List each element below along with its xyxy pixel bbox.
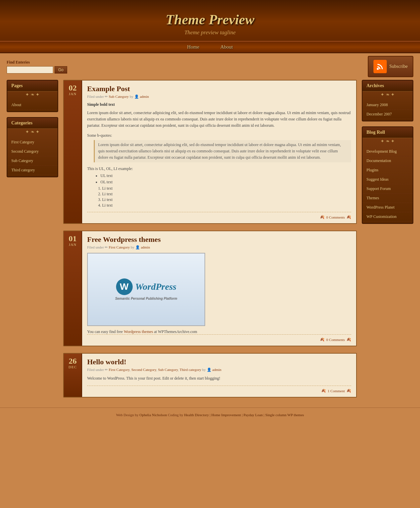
list-item: Third category [7, 166, 58, 175]
list-item: Li text [102, 197, 351, 202]
content-wrapper: Pages About Categories First Category Se… [0, 80, 420, 404]
archive-jan2008-link[interactable]: January 2008 [362, 100, 413, 109]
post-3-meta: Filed under ✏ First Category, Second Cat… [87, 368, 351, 372]
post-3-comments-link[interactable]: 1 Comment [328, 389, 345, 393]
author-icon2: 👤 [135, 245, 140, 249]
main-content: 02 JAN Example Post Filed under ✏ Sub Ca… [63, 80, 357, 404]
post-2-date: 01 JAN [64, 231, 82, 346]
comments-leaf-icon: 🍂 [320, 215, 325, 219]
footer-single-link[interactable]: Single column WP themes [265, 413, 304, 417]
post-2-month: JAN [69, 243, 76, 247]
post-3-text: Welcome to WordPress. This is your first… [87, 375, 351, 382]
list-item: Plugins [362, 166, 413, 175]
post-2-title-link[interactable]: Free Wordpress themes [87, 235, 161, 244]
post-2-comments-link[interactable]: 0 Comments [326, 338, 345, 342]
blogroll-plugins-link[interactable]: Plugins [362, 166, 413, 175]
list-item: First Category [7, 138, 58, 147]
cat-third-link[interactable]: Third category [7, 166, 58, 175]
wp-tagline-small: Semantic Personal Publishing Platform [115, 297, 177, 300]
find-entries-label: Find Enteries [7, 60, 67, 65]
post-3-author-link[interactable]: admin [212, 368, 221, 372]
post-2-footer: 🍂 0 Comments 🍂 [87, 334, 351, 342]
post-3-cat2-link[interactable]: Second Category [131, 368, 156, 372]
subscribe-label: Subscribe [389, 64, 408, 69]
post-2-body: Free Wordpress themes Filed under ✏ Firs… [82, 231, 356, 346]
post-2-cat-link[interactable]: First Category [109, 245, 130, 249]
search-section: Find Enteries Go [7, 60, 67, 74]
rss-icon [373, 60, 387, 73]
post-3-month: DEC [69, 365, 77, 369]
blogroll-list: Development Blog Documentation Plugins S… [362, 145, 413, 223]
wp-circle-icon: W [116, 278, 133, 295]
list-item: Documentation [362, 156, 413, 166]
pages-box: Pages About [7, 80, 58, 112]
post-1-month: JAN [69, 92, 76, 96]
footer-health-link[interactable]: Health Directory [184, 413, 209, 417]
comments-leaf-icon5: 🍂 [321, 389, 326, 393]
blogroll-themes-link[interactable]: Themes [362, 194, 413, 203]
nav-bar: Home About [0, 41, 420, 53]
archives-title: Archives [362, 81, 413, 91]
post-1-body: Example Post Filed under ✏ Sub Category … [82, 81, 356, 223]
post-1-author-link[interactable]: admin [140, 94, 149, 98]
archive-dec2007-link[interactable]: December 2007 [362, 110, 413, 119]
post-3-cat4-link[interactable]: Third category [180, 368, 201, 372]
site-title: Theme Preview [0, 7, 420, 29]
footer-ophelia-link[interactable]: Ophelia Nicholson [139, 413, 167, 417]
author-icon3: 👤 [207, 368, 211, 372]
site-header: Theme Preview Theme preview tagline Home… [0, 0, 420, 53]
footer-payday-link[interactable]: Payday Loan [243, 413, 263, 417]
footer-home-link[interactable]: Home Improvement [211, 413, 241, 417]
blogroll-box: Blog Roll Development Blog Documentation… [362, 126, 413, 224]
blogroll-suggest-link[interactable]: Suggest Ideas [362, 175, 413, 184]
post-1-bold: Simple bold text [87, 102, 351, 107]
blogroll-wpplanet-link[interactable]: WordPress Planet [362, 203, 413, 212]
list-item: OL text [100, 180, 351, 185]
post-1-comments-link[interactable]: 0 Comments [326, 215, 345, 219]
cat-first-link[interactable]: First Category [7, 138, 58, 147]
post-1-day: 02 [69, 84, 77, 92]
post-3-cat3-link[interactable]: Sub Category [158, 368, 178, 372]
wp-themes-link[interactable]: Wordpress themes [124, 329, 153, 334]
author-icon: 👤 [134, 94, 139, 98]
topbar: Find Enteries Go Subscribe [0, 53, 420, 80]
post-3-date: 26 DEC [64, 354, 82, 397]
list-item: WP Customization [362, 212, 413, 222]
list-item: Li text [102, 203, 351, 208]
list-item: About [7, 100, 58, 110]
blogroll-support-link[interactable]: Support Forum [362, 184, 413, 193]
post-3-cat1-link[interactable]: First Category [109, 368, 130, 372]
archives-list: January 2008 December 2007 [362, 99, 413, 121]
post-1-cat-link[interactable]: Sub Category [109, 94, 129, 98]
footer-text: Web Design by Ophelia Nicholson Coding b… [116, 413, 304, 417]
categories-title: Categories [7, 118, 58, 129]
categories-list: First Category Second Category Sub Categ… [7, 136, 58, 177]
nav-about[interactable]: About [220, 44, 233, 50]
wp-image: W WordPress Semantic Personal Publishing… [87, 253, 351, 326]
post-1-title-link[interactable]: Example Post [87, 85, 130, 93]
pages-list: About [7, 99, 58, 111]
wp-screenshot: W WordPress Semantic Personal Publishing… [87, 253, 205, 326]
post-1-text: Lorem ipsum dolor sit amet, consectetur … [87, 110, 351, 129]
post-2-author-link[interactable]: admin [141, 245, 150, 249]
post-1-ul-label: This is UL, OL, LI example: [87, 166, 351, 171]
search-input[interactable] [7, 66, 53, 74]
left-sidebar: Pages About Categories First Category Se… [7, 80, 58, 182]
subscribe-button[interactable]: Subscribe [368, 56, 413, 77]
pages-about-link[interactable]: About [7, 100, 58, 109]
blogroll-docs-link[interactable]: Documentation [362, 156, 413, 165]
post-1-footer: 🍂 0 Comments 🍂 [87, 212, 351, 219]
cat-second-link[interactable]: Second Category [7, 147, 58, 156]
cat-sub-link[interactable]: Sub Category [7, 156, 58, 165]
search-go-button[interactable]: Go [55, 66, 67, 74]
svg-point-0 [377, 68, 379, 70]
right-sidebar: Archives January 2008 December 2007 Blog… [362, 80, 413, 229]
post-3: 26 DEC Hello world! Filed under ✏ First … [63, 353, 357, 398]
post-3-title-link[interactable]: Hello world! [87, 358, 126, 366]
blogroll-dev-link[interactable]: Development Blog [362, 147, 413, 156]
list-item: Development Blog [362, 147, 413, 156]
site-tagline: Theme preview tagline [0, 29, 420, 41]
blogroll-wpcustom-link[interactable]: WP Customization [362, 212, 413, 221]
post-1-blockquote: Lorem ipsum dolor sit amet, consectetur … [94, 140, 351, 163]
nav-home[interactable]: Home [187, 44, 200, 50]
